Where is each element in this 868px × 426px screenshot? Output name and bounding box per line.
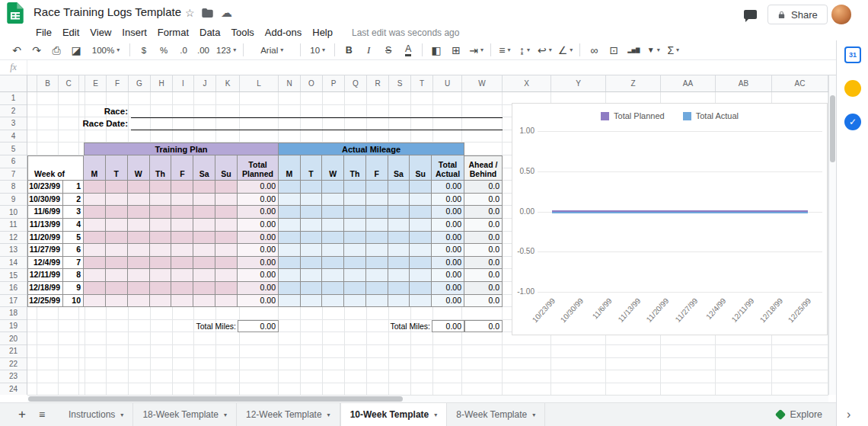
tasks-icon[interactable]: ✓ (844, 114, 861, 130)
training-day-cell[interactable] (150, 244, 172, 257)
week-date-cell[interactable]: 11/13/99 (27, 219, 63, 232)
horizontal-scrollbar-thumb[interactable] (28, 396, 403, 402)
total-actual-cell[interactable]: 0.00 (432, 219, 464, 232)
training-day-cell[interactable] (84, 181, 106, 194)
chart[interactable]: Total PlannedTotal Actual1.000.500.00-0.… (512, 103, 828, 335)
actual-day-cell[interactable] (301, 219, 323, 232)
training-day-cell[interactable] (106, 194, 128, 207)
total-actual-cell[interactable]: 0.00 (432, 295, 464, 308)
tab-12-week-template[interactable]: 12-Week Template▾ (237, 403, 340, 426)
actual-day-cell[interactable] (322, 194, 344, 207)
actual-day-cell[interactable] (322, 181, 344, 194)
actual-day-cell[interactable] (279, 194, 301, 207)
actual-day-cell[interactable] (279, 244, 301, 257)
race-underline[interactable] (131, 117, 503, 118)
training-day-cell[interactable] (193, 219, 215, 232)
week-number-cell[interactable]: 6 (63, 244, 84, 257)
training-day-cell[interactable] (215, 269, 238, 282)
total-planned-cell[interactable]: 0.00 (238, 244, 279, 257)
actual-day-cell[interactable] (388, 257, 410, 270)
total-planned-cell[interactable]: 0.00 (238, 269, 279, 282)
training-day-cell[interactable] (106, 282, 128, 295)
training-day-cell[interactable] (171, 269, 193, 282)
actual-day-cell[interactable] (388, 232, 410, 245)
actual-day-cell[interactable] (366, 181, 388, 194)
training-day-cell[interactable] (193, 269, 215, 282)
horizontal-scrollbar[interactable] (27, 395, 828, 402)
week-date-cell[interactable]: 11/6/99 (27, 206, 63, 219)
actual-day-cell[interactable] (388, 295, 410, 308)
actual-day-cell[interactable] (366, 219, 388, 232)
training-day-cell[interactable] (215, 257, 238, 270)
training-day-cell[interactable] (171, 194, 193, 207)
actual-day-cell[interactable] (279, 181, 301, 194)
actual-day-cell[interactable] (410, 282, 432, 295)
training-day-cell[interactable] (84, 219, 106, 232)
add-sheet-button[interactable]: + (12, 403, 32, 426)
actual-day-cell[interactable] (366, 282, 388, 295)
ahead-behind-cell[interactable]: 0.0 (464, 232, 503, 245)
total-planned-cell[interactable]: 0.00 (238, 232, 279, 245)
actual-day-cell[interactable] (344, 194, 366, 207)
training-day-cell[interactable] (150, 232, 172, 245)
actual-day-cell[interactable] (366, 194, 388, 207)
total-actual-cell[interactable]: 0.00 (432, 232, 464, 245)
week-number-cell[interactable]: 9 (63, 282, 84, 295)
training-day-cell[interactable] (150, 269, 172, 282)
tab-10-week-template[interactable]: 10-Week Template▾ (340, 403, 448, 426)
training-day-cell[interactable] (106, 206, 128, 219)
training-day-cell[interactable] (128, 244, 150, 257)
race-date-underline[interactable] (131, 130, 503, 130)
actual-day-cell[interactable] (410, 206, 432, 219)
actual-day-cell[interactable] (366, 269, 388, 282)
training-day-cell[interactable] (193, 194, 215, 207)
training-day-cell[interactable] (150, 219, 172, 232)
actual-day-cell[interactable] (301, 181, 323, 194)
week-date-cell[interactable]: 12/25/99 (27, 295, 63, 308)
training-day-cell[interactable] (171, 257, 193, 270)
actual-day-cell[interactable] (344, 282, 366, 295)
total-actual-sum[interactable]: 0.00 (432, 320, 464, 333)
vertical-scrollbar-thumb[interactable] (830, 95, 835, 162)
actual-day-cell[interactable] (388, 181, 410, 194)
training-day-cell[interactable] (171, 206, 193, 219)
training-day-cell[interactable] (84, 257, 106, 270)
training-day-cell[interactable] (128, 282, 150, 295)
training-day-cell[interactable] (150, 194, 172, 207)
actual-day-cell[interactable] (388, 219, 410, 232)
actual-day-cell[interactable] (344, 219, 366, 232)
week-date-cell[interactable]: 11/20/99 (27, 232, 63, 245)
total-planned-cell[interactable]: 0.00 (238, 181, 279, 194)
week-date-cell[interactable]: 12/4/99 (27, 257, 63, 270)
week-number-cell[interactable]: 7 (63, 257, 84, 270)
training-day-cell[interactable] (215, 219, 238, 232)
ahead-behind-cell[interactable]: 0.0 (464, 181, 503, 194)
calendar-icon[interactable]: 31 (844, 46, 861, 63)
actual-day-cell[interactable] (366, 232, 388, 245)
actual-day-cell[interactable] (410, 232, 432, 245)
actual-day-cell[interactable] (301, 232, 323, 245)
training-day-cell[interactable] (128, 257, 150, 270)
training-day-cell[interactable] (84, 295, 106, 308)
training-day-cell[interactable] (128, 219, 150, 232)
training-day-cell[interactable] (84, 232, 106, 245)
actual-day-cell[interactable] (301, 244, 323, 257)
training-day-cell[interactable] (171, 232, 193, 245)
actual-day-cell[interactable] (388, 194, 410, 207)
ahead-behind-cell[interactable]: 0.0 (464, 244, 503, 257)
training-day-cell[interactable] (171, 295, 193, 308)
training-day-cell[interactable] (171, 219, 193, 232)
all-sheets-button[interactable]: ≡ (32, 403, 52, 426)
training-day-cell[interactable] (215, 244, 238, 257)
training-day-cell[interactable] (171, 244, 193, 257)
side-panel-collapse-icon[interactable]: › (847, 408, 850, 421)
training-day-cell[interactable] (215, 181, 238, 194)
actual-day-cell[interactable] (344, 181, 366, 194)
training-day-cell[interactable] (106, 295, 128, 308)
week-number-cell[interactable]: 5 (63, 232, 84, 245)
actual-day-cell[interactable] (366, 244, 388, 257)
actual-day-cell[interactable] (344, 232, 366, 245)
ahead-behind-sum[interactable]: 0.0 (464, 320, 503, 333)
training-day-cell[interactable] (106, 244, 128, 257)
training-day-cell[interactable] (215, 206, 238, 219)
